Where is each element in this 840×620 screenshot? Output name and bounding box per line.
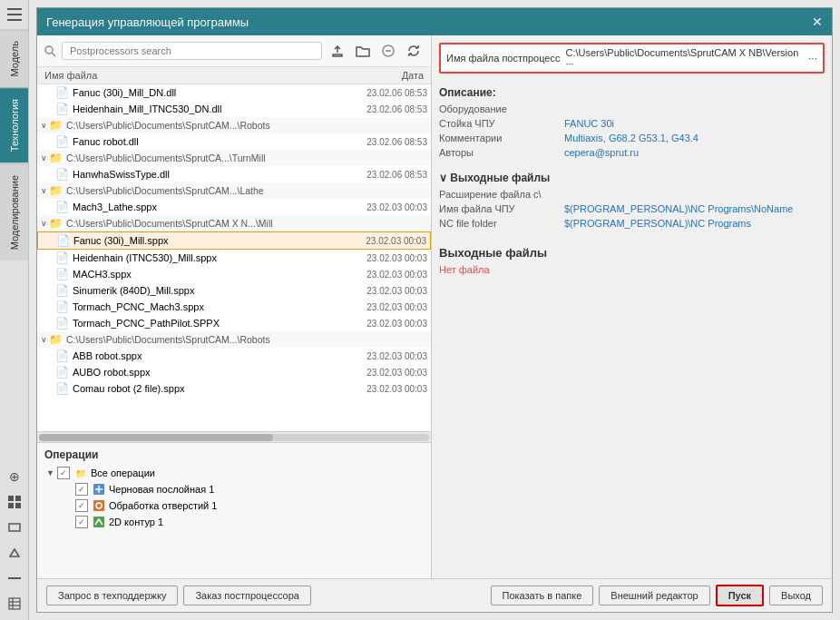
file-tree-header: Имя файла Дата <box>37 67 431 84</box>
ops-checkbox[interactable]: ✓ <box>57 467 70 479</box>
tree-item-date: 23.02.03 00:03 <box>327 384 427 394</box>
ops-checkbox[interactable]: ✓ <box>75 499 88 512</box>
expand-icon[interactable]: ▼ <box>46 468 54 477</box>
tree-item[interactable]: 📄Tormach_PCNC_PathPilot.SPPX23.02.03 00:… <box>37 315 431 331</box>
tree-item-date: 23.02.03 00:03 <box>327 302 427 312</box>
svg-rect-5 <box>8 503 14 508</box>
tree-item-name: Heidenhain_Mill_ITNC530_DN.dll <box>73 103 327 114</box>
tree-item[interactable]: 📄Heidenhain (ITNC530)_Mill.sppx23.02.03 … <box>37 250 431 266</box>
minus-icon[interactable] <box>0 566 29 591</box>
svg-line-15 <box>52 53 55 56</box>
shape-icon[interactable] <box>0 540 29 566</box>
tree-item[interactable]: ∨📁C:\Users\Public\Documents\SprutCAM X N… <box>37 215 431 231</box>
ops-op3-icon <box>92 515 106 529</box>
file-path-value: C:\Users\Public\Documents\SprutCAM X NB\… <box>566 47 805 69</box>
ops-tree-item[interactable]: ✓ Черновая послойная 1 <box>44 481 424 497</box>
run-button[interactable]: Пуск <box>716 585 764 606</box>
ops-item-label: Обработка отверстий 1 <box>109 500 217 511</box>
output-prop-key: NC file folder <box>439 217 557 230</box>
close-button[interactable]: ✕ <box>812 15 823 29</box>
tree-item[interactable]: 📄ABB robot.sppx23.02.03 00:03 <box>37 348 431 364</box>
tree-item-name: Fanuc (30i)_Mill_DN.dll <box>73 87 327 98</box>
upload-button[interactable] <box>327 41 347 61</box>
chevron-icon: ∨ <box>41 186 47 195</box>
search-input[interactable] <box>62 42 322 60</box>
tree-item[interactable]: ∨📁C:\Users\Public\Documents\SprutCAM...\… <box>37 331 431 348</box>
grid-icon[interactable] <box>0 489 29 515</box>
tree-item-name: C:\Users\Public\Documents\SprutCAM X N..… <box>66 218 427 229</box>
sidebar-tab-modeling[interactable]: Моделирование <box>0 163 28 261</box>
folder-icon: 📁 <box>49 119 63 132</box>
tree-item-name: Tormach_PCNC_Mach3.sppx <box>73 301 327 312</box>
description-properties: ОборудованиеСтойка ЧПУFANUC 30iКомментар… <box>439 103 825 159</box>
tree-item-name: Sinumerik (840D)_Mill.sppx <box>73 285 327 296</box>
tree-item[interactable]: 📄Mach3_Lathe.sppx23.02.03 00:03 <box>37 199 431 215</box>
order-button[interactable]: Заказ постпроцессора <box>183 586 311 605</box>
tree-item[interactable]: ∨📁C:\Users\Public\Documents\SprutCAM...\… <box>37 182 431 199</box>
chevron-icon: ∨ <box>41 335 47 344</box>
tree-item-name: C:\Users\Public\Documents\SprutCAM...\La… <box>66 185 427 196</box>
operations-title: Операции <box>44 448 424 461</box>
prop-value: FANUC 30i <box>564 117 825 130</box>
rect-icon[interactable] <box>0 515 29 540</box>
svg-rect-4 <box>15 496 21 501</box>
tree-item[interactable]: 📄Fanuc (30i)_Mill.sppx23.02.03 00:03 <box>37 231 431 250</box>
tree-item[interactable]: 📄Fanuc robot.dll23.02.06 08:53 <box>37 133 431 150</box>
search-icon <box>44 45 56 57</box>
ops-tree-item[interactable]: ✓ 2D контур 1 <box>44 514 424 530</box>
add-icon[interactable]: ⊕ <box>0 464 29 489</box>
support-button[interactable]: Запрос в техподдержку <box>46 586 178 605</box>
tree-item[interactable]: 📄HanwhaSwissType.dll23.02.06 08:53 <box>37 166 431 182</box>
show-folder-button[interactable]: Показать в папке <box>491 586 594 605</box>
col-name-header: Имя файла <box>44 70 315 81</box>
file-path-more-button[interactable]: ··· <box>808 52 817 64</box>
main-dialog: Генерация управляющей программы ✕ <box>36 7 833 613</box>
file-icon: 📄 <box>55 86 69 99</box>
operations-panel: Операции ▼✓📁Все операции✓ Черновая посло… <box>37 442 431 578</box>
ops-checkbox[interactable]: ✓ <box>75 516 88 528</box>
svg-point-14 <box>45 46 53 54</box>
col-date-header: Дата <box>315 70 424 81</box>
remove-button[interactable] <box>378 41 398 61</box>
tree-item[interactable]: 📄AUBO robot.sppx23.02.03 00:03 <box>37 364 431 380</box>
ops-item-label: Все операции <box>91 467 155 478</box>
tree-item-date: 23.02.06 08:53 <box>327 170 427 180</box>
ops-checkbox[interactable]: ✓ <box>75 483 88 496</box>
tree-item-name: C:\Users\Public\Documents\SprutCA...\Tur… <box>66 153 427 163</box>
folder-button[interactable] <box>353 41 373 61</box>
tree-item-name: ABB robot.sppx <box>73 350 327 361</box>
exit-button[interactable]: Выход <box>769 586 823 605</box>
refresh-button[interactable] <box>404 41 424 61</box>
menu-icon[interactable] <box>0 0 29 29</box>
ops-tree-item[interactable]: ▼✓📁Все операции <box>44 465 424 481</box>
tree-item-name: HanwhaSwissType.dll <box>73 169 327 180</box>
tree-item[interactable]: 📄Comau robot (2 file).sppx23.02.03 00:03 <box>37 380 431 397</box>
tree-item[interactable]: 📄Heidenhain_Mill_ITNC530_DN.dll23.02.06 … <box>37 101 431 117</box>
output-link[interactable]: Нет файла <box>439 264 490 275</box>
svg-rect-0 <box>7 8 22 10</box>
tree-item-date: 23.02.03 00:03 <box>327 202 427 212</box>
tree-item-date: 23.02.03 00:03 <box>327 286 427 296</box>
horizontal-scrollbar[interactable] <box>37 431 431 442</box>
tree-item[interactable]: 📄MACH3.sppx23.02.03 00:03 <box>37 266 431 282</box>
file-path-label: Имя файла постпроцесс <box>446 53 561 64</box>
tree-item[interactable]: 📄Fanuc (30i)_Mill_DN.dll23.02.06 08:53 <box>37 84 431 101</box>
tree-item[interactable]: ∨📁C:\Users\Public\Documents\SprutCAM...\… <box>37 117 431 133</box>
output-prop-key: Имя файла ЧПУ <box>439 202 557 215</box>
sidebar-tabs: Модель Технология Моделирование <box>0 29 28 460</box>
left-panel: Имя файла Дата 📄Fanuc (30i)_Mill_DN.dll2… <box>37 35 432 578</box>
tree-item[interactable]: 📄Tormach_PCNC_Mach3.sppx23.02.03 00:03 <box>37 299 431 315</box>
tree-item[interactable]: 📄Sinumerik (840D)_Mill.sppx23.02.03 00:0… <box>37 282 431 299</box>
file-path-field: Имя файла постпроцесс C:\Users\Public\Do… <box>439 43 825 74</box>
file-icon: 📄 <box>55 349 69 362</box>
external-editor-button[interactable]: Внешний редактор <box>599 586 709 605</box>
tree-item[interactable]: ∨📁C:\Users\Public\Documents\SprutCA...\T… <box>37 150 431 166</box>
sidebar-tab-model[interactable]: Модель <box>0 29 28 87</box>
output-files-section-title: ∨ Выходные файлы <box>439 172 825 184</box>
ops-tree-item[interactable]: ✓ Обработка отверстий 1 <box>44 497 424 514</box>
right-panel: Имя файла постпроцесс C:\Users\Public\Do… <box>432 35 832 578</box>
tree-item-date: 23.02.06 08:53 <box>327 104 427 114</box>
table-icon[interactable] <box>0 591 29 616</box>
prop-key: Оборудование <box>439 103 557 115</box>
sidebar-tab-technology[interactable]: Технология <box>0 87 28 162</box>
